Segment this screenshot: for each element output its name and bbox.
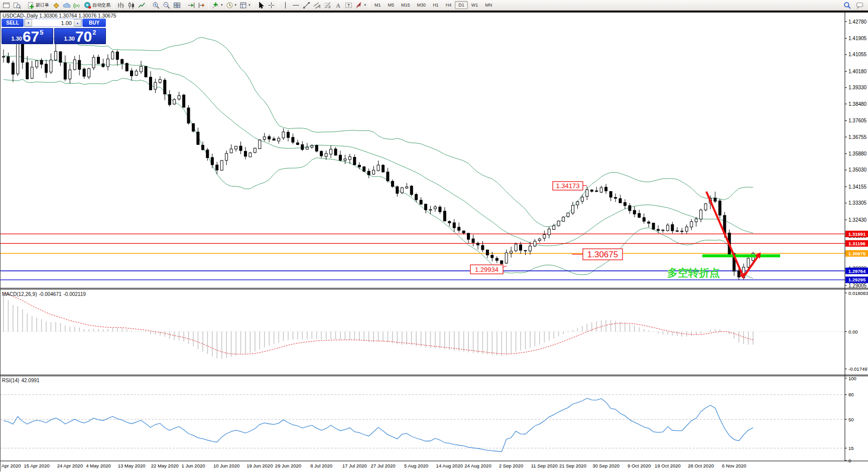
toolbar-group-zoom [151, 0, 182, 10]
sell-price-display[interactable]: 1.30675 [2, 28, 53, 44]
line-chart-button[interactable] [137, 1, 147, 10]
svg-text:80: 80 [848, 392, 854, 397]
equidistant-channel-button[interactable]: E [312, 1, 322, 10]
toolbar-separator [278, 1, 279, 9]
timeframe-mn-button[interactable]: MN [481, 1, 495, 9]
auto-trading-button[interactable]: 自动交易 [82, 1, 112, 10]
toolbar: 新订单自动交易▾▾▾EFAT▾M1M5M15M30H1H4D1W1MN [0, 0, 868, 11]
market-watch-button[interactable] [51, 1, 61, 10]
vertical-line-button[interactable] [280, 1, 291, 10]
zoom-in-button[interactable] [151, 1, 161, 10]
timeframe-m30-button[interactable]: M30 [414, 1, 430, 9]
timeframe-h1-button[interactable]: H1 [429, 1, 442, 9]
arrows-dropdown-caret[interactable]: ▾ [364, 3, 366, 7]
indicators-button[interactable]: ▾ [210, 1, 224, 10]
chart-shift-button[interactable] [196, 1, 207, 10]
volume-stepper: ▼ 1.00 ▲ [24, 19, 82, 27]
chart-window[interactable]: 1.341731.306751.29934多空转折点1.427801.41905… [0, 13, 868, 471]
svg-text:F: F [328, 5, 330, 9]
svg-text:E: E [318, 5, 320, 9]
svg-text:14 Aug 2020: 14 Aug 2020 [436, 463, 463, 468]
arrows-button[interactable]: ▾ [354, 1, 368, 10]
toolbar-group-scroll [186, 0, 207, 10]
toolbar-group-pointer [256, 0, 277, 10]
svg-text:A: A [336, 2, 340, 9]
tile-windows-button[interactable] [172, 1, 182, 10]
crosshair-button[interactable] [266, 1, 277, 10]
periods-icon [226, 2, 233, 9]
templates-button[interactable]: ▾ [238, 1, 252, 10]
svg-text:24 Aug 2020: 24 Aug 2020 [464, 463, 491, 468]
timeframe-h4-button[interactable]: H4 [442, 1, 455, 9]
new-chart-button[interactable] [1, 1, 12, 10]
signals-button[interactable] [72, 1, 82, 10]
search-button[interactable] [842, 1, 852, 10]
zoom-out-button[interactable] [161, 1, 172, 10]
chat-button[interactable] [854, 1, 865, 10]
svg-text:0.00: 0.00 [848, 329, 858, 335]
toolbar-group-windows [1, 0, 22, 10]
market-watch-icon [52, 2, 60, 9]
line-chart-icon [138, 2, 146, 9]
text-button[interactable]: A [333, 1, 343, 10]
equidistant-channel-icon: E [313, 2, 321, 9]
svg-text:1.30675: 1.30675 [587, 250, 618, 259]
svg-text:1.34155: 1.34155 [848, 184, 867, 190]
high-callout[interactable]: 1.34173 [553, 182, 587, 190]
text-label-button[interactable]: T [343, 1, 354, 10]
svg-text:9 Oct 2020: 9 Oct 2020 [628, 463, 651, 468]
volume-decrease-button[interactable]: ▼ [25, 19, 32, 27]
volume-increase-button[interactable]: ▲ [74, 19, 81, 27]
buy-button[interactable]: BUY [82, 19, 106, 27]
timeframe-m5-button[interactable]: M5 [385, 1, 398, 9]
svg-text:Apr 2020: Apr 2020 [2, 463, 21, 468]
cn-annotation-text[interactable]: 多空转折点 [667, 267, 720, 279]
sell-price-point: 5 [40, 29, 43, 36]
price-tag-1.30675: 1.30675 [845, 250, 868, 257]
new-order-label: 新订单 [36, 2, 49, 9]
svg-text:1.35030: 1.35030 [848, 167, 867, 173]
auto-scroll-button[interactable] [186, 1, 196, 10]
green-level-bar[interactable] [702, 254, 780, 257]
indicators-icon [212, 2, 219, 9]
templates-dropdown-caret[interactable]: ▾ [249, 3, 251, 7]
horizontal-line-button[interactable] [291, 1, 301, 10]
price-chart-canvas[interactable]: 1.341731.306751.29934多空转折点1.427801.41905… [1, 13, 868, 471]
toolbar-group-objects: EFAT▾ [280, 0, 368, 10]
svg-text:1.39330: 1.39330 [848, 85, 867, 90]
timeframe-d1-button[interactable]: D1 [455, 1, 468, 9]
svg-text:15: 15 [848, 445, 854, 451]
low-callout[interactable]: 1.29934 [470, 265, 507, 274]
buy-price-display[interactable]: 1.30702 [54, 28, 106, 44]
volume-input[interactable]: 1.00 [32, 19, 74, 27]
fibonacci-button[interactable]: F [322, 1, 333, 10]
toolbar-separator [254, 1, 254, 9]
svg-text:5 Aug 2020: 5 Aug 2020 [404, 463, 428, 468]
timeframe-m15-button[interactable]: M15 [398, 1, 414, 9]
periods-button[interactable]: ▾ [224, 1, 238, 10]
svg-text:30 Sep 2020: 30 Sep 2020 [592, 463, 619, 468]
svg-text:1.33305: 1.33305 [848, 200, 867, 206]
profiles-button[interactable] [12, 1, 22, 10]
periods-dropdown-caret[interactable]: ▾ [235, 3, 237, 7]
svg-text:17 Jul 2020: 17 Jul 2020 [342, 463, 367, 468]
crosshair-icon [268, 2, 275, 9]
svg-text:100: 100 [848, 376, 856, 381]
data-window-button[interactable] [61, 1, 72, 10]
timeframe-m1-button[interactable]: M1 [371, 1, 385, 9]
bar-chart-button[interactable] [115, 1, 126, 10]
svg-text:22 May 2020: 22 May 2020 [151, 463, 179, 468]
timeframe-w1-button[interactable]: W1 [468, 1, 482, 9]
svg-text:19 Oct 2020: 19 Oct 2020 [655, 463, 681, 468]
new-order-button[interactable]: 新订单 [26, 1, 51, 10]
fibonacci-icon: F [324, 2, 331, 9]
cursor-button[interactable] [256, 1, 266, 10]
sell-button[interactable]: SELL [2, 19, 24, 27]
candle-chart-button[interactable] [126, 1, 137, 10]
trendline-button[interactable] [301, 1, 312, 10]
toolbar-group-chart-type [115, 0, 147, 10]
text-label-icon: T [345, 2, 352, 9]
svg-text:1.41055: 1.41055 [848, 52, 867, 57]
signals-icon [73, 2, 81, 9]
indicators-dropdown-caret[interactable]: ▾ [221, 3, 223, 7]
